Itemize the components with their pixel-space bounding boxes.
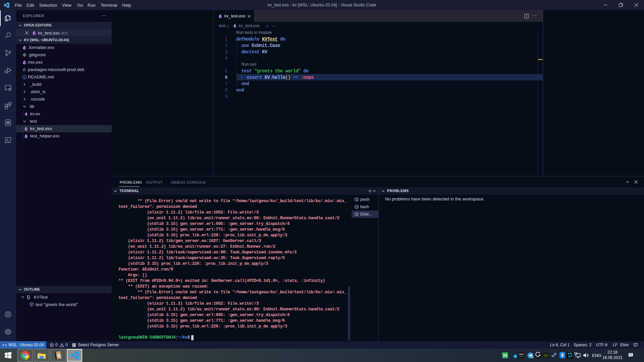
svg-text:1: 1 <box>532 356 533 358</box>
svg-text:GAMES: GAMES <box>519 356 524 357</box>
svg-text:EPIC: EPIC <box>519 353 524 355</box>
